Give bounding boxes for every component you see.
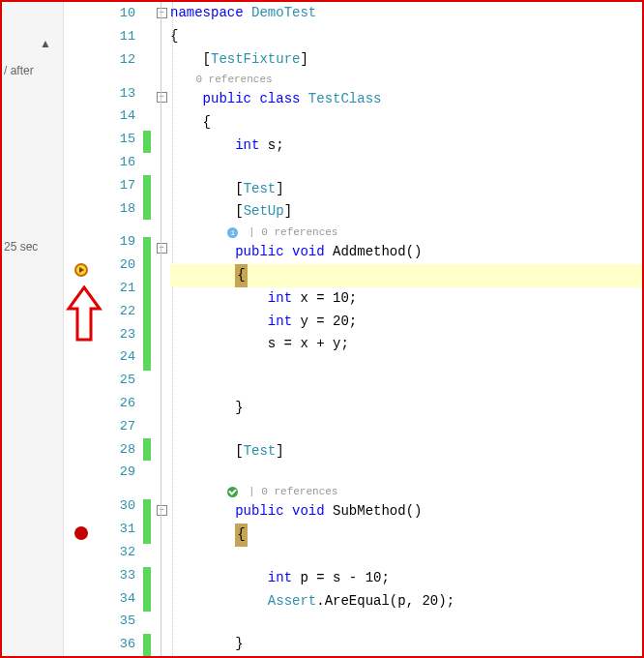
sidebar-text-after: / after: [2, 60, 63, 81]
codelens-references[interactable]: i | 0 references: [170, 224, 642, 241]
line-number: 15: [99, 128, 135, 151]
line-number: 23: [99, 323, 135, 346]
codelens-references[interactable]: | 0 references: [170, 483, 642, 500]
code-line[interactable]: [SetUp]: [170, 200, 642, 224]
change-marker: [143, 589, 151, 612]
code-line[interactable]: Assert.AreEqual(p, 20);: [170, 590, 642, 613]
change-marker: [143, 259, 151, 282]
change-marker: [143, 237, 151, 259]
change-marker: [143, 567, 151, 589]
change-marker: [143, 153, 151, 175]
change-marker: [143, 544, 151, 566]
change-marker: [143, 282, 151, 304]
change-marker: [143, 326, 151, 348]
code-line[interactable]: s = x + y;: [170, 333, 642, 356]
line-number: 36: [99, 633, 135, 656]
current-statement-breakpoint-icon[interactable]: [74, 263, 88, 277]
code-line[interactable]: [Test]: [170, 178, 642, 201]
line-number: 32: [99, 541, 135, 564]
code-line[interactable]: public void Addmethod(): [170, 241, 642, 264]
code-line[interactable]: }: [170, 633, 642, 656]
test-panel-sliver: ▲ / after 25 sec: [2, 2, 64, 656]
code-line[interactable]: int y = 20;: [170, 311, 642, 334]
line-number: 26: [99, 392, 135, 415]
breakpoint-margin[interactable]: [64, 2, 99, 656]
outline-collapse-icon[interactable]: −: [157, 8, 167, 18]
info-icon: i: [227, 227, 238, 238]
line-number: 12: [99, 48, 135, 72]
line-number: 17: [99, 174, 135, 197]
outline-collapse-icon[interactable]: −: [157, 505, 167, 516]
change-marker: [143, 634, 151, 656]
line-number: 24: [99, 345, 135, 369]
code-line[interactable]: [170, 158, 642, 178]
code-line[interactable]: {: [170, 25, 642, 48]
change-marker: [143, 24, 151, 46]
codelens-references[interactable]: 0 references: [170, 71, 642, 88]
change-marker: [143, 438, 151, 461]
line-number: 18: [99, 197, 135, 221]
line-number: 10: [99, 2, 135, 25]
line-number: 19: [99, 230, 135, 254]
outline-collapse-icon[interactable]: −: [157, 243, 167, 254]
code-line[interactable]: {: [170, 523, 642, 547]
code-line[interactable]: int p = s - 10;: [170, 567, 642, 590]
code-line[interactable]: [TestFixture]: [170, 48, 642, 72]
code-line[interactable]: [170, 463, 642, 483]
line-number: 20: [99, 254, 135, 277]
line-number: 30: [99, 494, 135, 518]
code-line[interactable]: int s;: [170, 135, 642, 158]
code-line[interactable]: [Test]: [170, 440, 642, 464]
line-number: 28: [99, 438, 135, 462]
breakpoint-line-brace: {: [235, 523, 247, 547]
code-line[interactable]: [170, 547, 642, 567]
current-statement-marker: {: [235, 264, 247, 287]
line-number: 29: [99, 461, 135, 484]
change-indicator-column: [143, 2, 153, 656]
code-line[interactable]: }: [170, 397, 642, 420]
code-line[interactable]: public class TestClass: [170, 88, 642, 111]
line-number: 33: [99, 564, 135, 587]
change-marker: [143, 416, 151, 438]
code-line[interactable]: namespace DemoTest: [170, 2, 642, 25]
change-marker: [143, 46, 151, 69]
line-number: 11: [99, 25, 135, 48]
line-number: 14: [99, 105, 135, 128]
change-marker: [143, 522, 151, 544]
code-line[interactable]: public void SubMethod(): [170, 500, 642, 523]
code-line[interactable]: [170, 613, 642, 633]
line-number: 35: [99, 610, 135, 633]
line-number: 31: [99, 518, 135, 541]
editor-screenshot: ▲ / after 25 sec 10111213141516171819202…: [0, 0, 644, 658]
code-line[interactable]: int x = 10;: [170, 287, 642, 311]
breakpoint-icon[interactable]: [74, 526, 88, 540]
collapse-caret-icon[interactable]: ▲: [40, 37, 53, 50]
code-line[interactable]: [170, 376, 642, 397]
code-text-area[interactable]: namespace DemoTest{ [TestFixture] 0 refe…: [170, 2, 642, 656]
code-line[interactable]: {: [170, 264, 642, 287]
change-marker: [143, 2, 151, 24]
line-number: 16: [99, 151, 135, 174]
outline-column[interactable]: −−−−: [153, 2, 170, 656]
line-number: 22: [99, 300, 135, 323]
change-marker: [143, 371, 151, 393]
change-marker: [143, 197, 151, 220]
change-marker: [143, 461, 151, 483]
test-pass-icon: [227, 487, 238, 497]
change-marker: [143, 612, 151, 634]
code-editor[interactable]: 1011121314151617181920212223242526272829…: [64, 2, 642, 656]
change-marker: [143, 393, 151, 415]
line-number: 21: [99, 277, 135, 300]
code-line[interactable]: [170, 420, 642, 440]
change-marker: [143, 304, 151, 326]
line-number-gutter[interactable]: 1011121314151617181920212223242526272829…: [99, 2, 143, 656]
code-line[interactable]: [170, 356, 642, 376]
sidebar-text-duration: 25 sec: [2, 236, 63, 257]
code-line[interactable]: {: [170, 111, 642, 135]
line-number: 25: [99, 369, 135, 392]
change-marker: [143, 175, 151, 197]
change-marker: [143, 108, 151, 131]
outline-collapse-icon[interactable]: −: [157, 92, 167, 103]
change-marker: [143, 499, 151, 522]
line-number: 27: [99, 415, 135, 438]
